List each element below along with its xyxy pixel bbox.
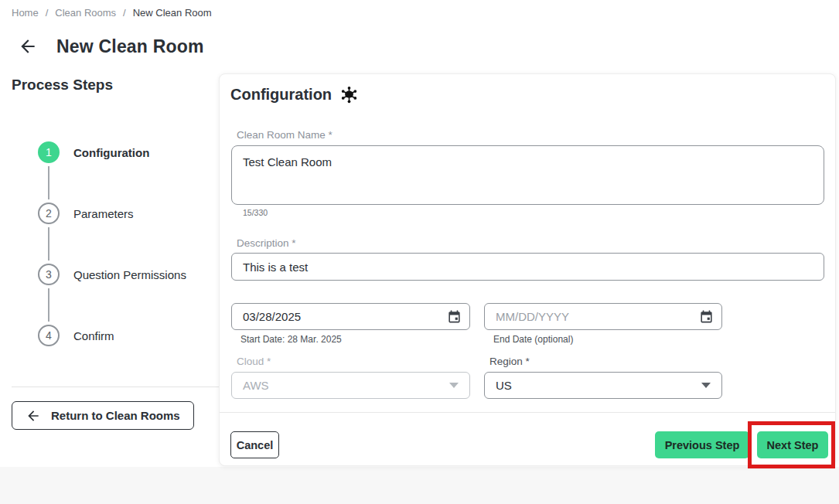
next-step-button[interactable]: Next Step — [757, 431, 828, 458]
step-label: Parameters — [73, 207, 134, 220]
description-input[interactable] — [231, 253, 824, 281]
previous-step-button[interactable]: Previous Step — [655, 431, 749, 458]
breadcrumb-clean-rooms[interactable]: Clean Rooms — [55, 7, 116, 19]
card-footer-divider — [220, 412, 835, 413]
page-header: New Clean Room — [17, 36, 204, 57]
step-label: Configuration — [73, 146, 149, 159]
breadcrumb-separator: / — [123, 7, 126, 19]
page-title: New Clean Room — [56, 36, 204, 57]
step-configuration[interactable]: 1 Configuration — [38, 141, 217, 163]
step-label: Confirm — [73, 329, 114, 342]
hub-icon — [339, 85, 359, 104]
cloud-value: AWS — [243, 379, 269, 392]
step-connector-line — [48, 166, 49, 199]
clean-room-name-label: Clean Room Name * — [237, 129, 333, 141]
process-steps-title: Process Steps — [12, 77, 113, 94]
character-counter: 15/330 — [243, 208, 268, 217]
step-connector-line — [48, 227, 49, 261]
start-date-helper: Start Date: 28 Mar. 2025 — [240, 334, 342, 345]
clean-room-name-input[interactable]: Test Clean Room — [231, 145, 824, 205]
back-arrow-icon[interactable] — [17, 36, 39, 57]
breadcrumb: Home / Clean Rooms / New Clean Room — [12, 7, 212, 19]
step-label: Question Permissions — [73, 268, 186, 281]
step-number-badge: 1 — [38, 141, 60, 163]
description-label: Description * — [237, 237, 296, 249]
step-connector-line — [48, 288, 49, 322]
step-number-badge: 4 — [38, 325, 60, 346]
step-number-badge: 3 — [38, 264, 60, 285]
step-number-badge: 2 — [38, 203, 60, 224]
step-confirm[interactable]: 4 Confirm — [38, 325, 217, 346]
region-value: US — [496, 379, 512, 392]
end-date-helper: End Date (optional) — [493, 334, 573, 345]
chevron-down-icon — [449, 383, 459, 388]
cancel-button[interactable]: Cancel — [230, 431, 279, 458]
step-parameters[interactable]: 2 Parameters — [38, 203, 217, 224]
return-to-clean-rooms-button[interactable]: Return to Clean Rooms — [12, 401, 194, 430]
step-question-permissions[interactable]: 3 Question Permissions — [38, 264, 217, 285]
region-label: Region * — [489, 356, 530, 367]
region-select[interactable]: US — [484, 372, 722, 399]
cloud-select: AWS — [231, 372, 470, 399]
calendar-icon[interactable] — [447, 309, 462, 324]
new-clean-room-page: { "breadcrumb": { "items": ["Home", "Cle… — [0, 0, 839, 504]
end-date-field — [484, 303, 722, 330]
breadcrumb-current: New Clean Room — [133, 7, 212, 19]
start-date-input[interactable] — [232, 310, 447, 323]
start-date-field — [231, 303, 470, 330]
chevron-down-icon — [701, 383, 711, 388]
cloud-label: Cloud * — [237, 356, 271, 367]
arrow-left-icon — [26, 408, 41, 424]
configuration-card: Configuration Clean — [219, 73, 836, 466]
process-stepper: 1 Configuration 2 Parameters 3 Question … — [38, 141, 217, 346]
breadcrumb-home[interactable]: Home — [12, 7, 39, 19]
sidebar-divider — [12, 387, 219, 387]
page-background-strip — [0, 467, 839, 504]
breadcrumb-separator: / — [46, 7, 49, 19]
card-title: Configuration — [230, 86, 332, 104]
calendar-icon[interactable] — [699, 309, 714, 324]
card-header: Configuration — [230, 85, 359, 104]
return-button-label: Return to Clean Rooms — [51, 409, 180, 422]
end-date-input[interactable] — [485, 310, 699, 323]
